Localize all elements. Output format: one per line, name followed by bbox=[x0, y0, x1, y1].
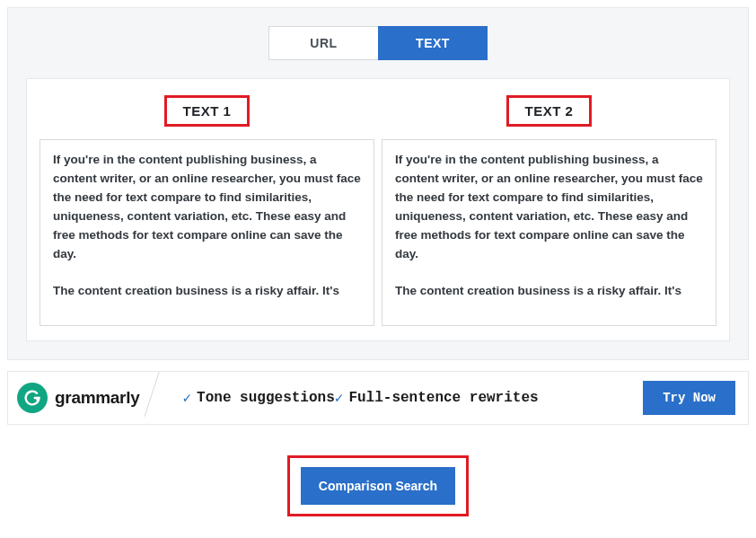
try-now-button[interactable]: Try Now bbox=[643, 381, 735, 415]
feature-rewrites: ✓ Full-sentence rewrites bbox=[335, 389, 539, 407]
feature-rewrites-label: Full-sentence rewrites bbox=[348, 390, 538, 406]
comparison-search-button[interactable]: Comparison Search bbox=[301, 467, 455, 505]
divider-slash bbox=[145, 372, 175, 424]
feature-tone-label: Tone suggestions bbox=[197, 390, 335, 406]
text1-input[interactable] bbox=[40, 139, 374, 326]
feature-tone: ✓ Tone suggestions bbox=[182, 389, 334, 407]
action-row: Comparison Search bbox=[7, 455, 749, 516]
grammarly-brand-text: grammarly bbox=[55, 388, 139, 408]
tab-text[interactable]: TEXT bbox=[378, 26, 488, 60]
text1-header: TEXT 1 bbox=[183, 103, 232, 119]
input-mode-tabs: URL TEXT bbox=[26, 26, 730, 60]
comparison-button-highlight: Comparison Search bbox=[287, 455, 469, 516]
tab-url[interactable]: URL bbox=[268, 26, 378, 60]
text-input-container: TEXT 1 TEXT 2 bbox=[26, 78, 730, 341]
grammarly-icon bbox=[17, 383, 48, 413]
text-column-1: TEXT 1 bbox=[40, 95, 374, 326]
text2-header-highlight: TEXT 2 bbox=[506, 95, 593, 127]
text2-header: TEXT 2 bbox=[525, 103, 574, 119]
check-icon: ✓ bbox=[182, 389, 191, 407]
text1-header-highlight: TEXT 1 bbox=[164, 95, 251, 127]
grammarly-ad: grammarly ✓ Tone suggestions ✓ Full-sent… bbox=[7, 371, 749, 425]
text2-input[interactable] bbox=[382, 139, 716, 326]
text-column-2: TEXT 2 bbox=[382, 95, 716, 326]
grammarly-logo: grammarly bbox=[17, 383, 139, 413]
comparison-panel: URL TEXT TEXT 1 TEXT 2 bbox=[7, 7, 749, 360]
check-icon: ✓ bbox=[335, 389, 344, 407]
